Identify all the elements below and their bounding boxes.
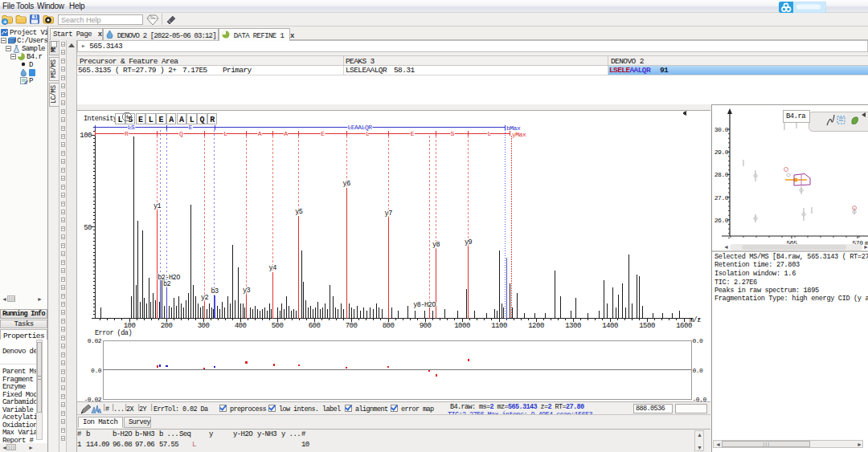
svg-text:L: L — [366, 130, 370, 137]
svg-text:L: L — [223, 130, 227, 137]
svg-text:L: L — [117, 116, 122, 124]
svg-text:0.02: 0.02 — [88, 337, 102, 344]
svg-text:Q: Q — [179, 130, 183, 137]
svg-text:A: A — [169, 116, 174, 124]
svg-text:26.0: 26.0 — [714, 217, 729, 224]
svg-text:Error (da): Error (da) — [95, 329, 132, 337]
svg-text:1400: 1400 — [602, 322, 618, 330]
svg-text:A: A — [258, 130, 262, 137]
svg-text:Q: Q — [199, 116, 204, 124]
svg-text:y3: y3 — [243, 287, 251, 295]
svg-text:0.0: 0.0 — [693, 367, 704, 374]
svg-text:y2: y2 — [201, 294, 209, 302]
svg-text:R: R — [210, 116, 215, 124]
svg-text:y7: y7 — [385, 210, 393, 218]
svg-text:100: 100 — [80, 132, 92, 140]
svg-text:R: R — [125, 130, 129, 137]
svg-text:0.0: 0.0 — [91, 367, 102, 374]
svg-text:E: E — [138, 116, 143, 124]
svg-text:+: + — [3, 19, 6, 25]
svg-text:200: 200 — [161, 322, 173, 330]
svg-text:50: 50 — [84, 224, 92, 232]
svg-text:400: 400 — [235, 322, 247, 330]
svg-text:600: 600 — [309, 322, 321, 330]
svg-text:A: A — [179, 116, 184, 124]
svg-text:m/z: m/z — [690, 316, 701, 324]
svg-text:y8-H2O: y8-H2O — [413, 301, 436, 309]
svg-text:1000: 1000 — [454, 322, 470, 330]
svg-text:yMax: yMax — [512, 131, 526, 138]
svg-text:y1: y1 — [154, 202, 162, 210]
svg-text:L: L — [190, 116, 194, 124]
svg-text:1200: 1200 — [528, 322, 544, 330]
svg-text:E: E — [411, 130, 415, 137]
svg-text:L: L — [149, 116, 154, 124]
svg-text:y8: y8 — [432, 241, 440, 249]
svg-text:29.0: 29.0 — [714, 149, 729, 156]
svg-text:A: A — [284, 130, 288, 137]
svg-text:y5: y5 — [295, 208, 303, 216]
svg-text:28.0: 28.0 — [714, 171, 729, 178]
svg-text:500: 500 — [272, 322, 284, 330]
svg-text:b3: b3 — [211, 287, 219, 295]
svg-text:y4: y4 — [269, 264, 277, 272]
svg-text:1500: 1500 — [639, 322, 655, 330]
svg-text:800: 800 — [383, 322, 395, 330]
svg-text:0.0: 0.0 — [693, 337, 704, 344]
svg-text:Intensity: Intensity — [84, 115, 117, 123]
svg-text:LS: LS — [128, 124, 135, 131]
svg-text:1100: 1100 — [491, 322, 507, 330]
svg-text:100: 100 — [124, 322, 136, 330]
svg-text:y9: y9 — [465, 238, 473, 246]
svg-text:E: E — [189, 124, 193, 131]
svg-text:27.0: 27.0 — [714, 194, 729, 202]
svg-text:L: L — [487, 130, 491, 137]
svg-text:30.0: 30.0 — [714, 126, 729, 133]
svg-text:300: 300 — [198, 322, 210, 330]
svg-text:y6: y6 — [343, 180, 351, 188]
svg-text:S: S — [450, 130, 454, 137]
svg-text:900: 900 — [420, 322, 432, 330]
svg-text:b2-H2O: b2-H2O — [158, 274, 180, 282]
svg-text:E: E — [321, 130, 325, 137]
svg-text:700: 700 — [346, 322, 358, 330]
svg-text:1300: 1300 — [565, 322, 581, 330]
svg-text:E: E — [158, 116, 163, 124]
